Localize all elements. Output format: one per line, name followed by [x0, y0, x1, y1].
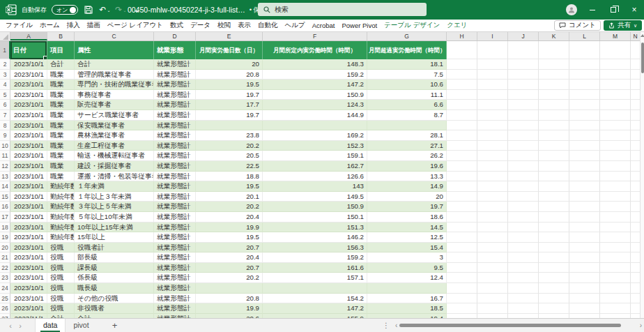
cell-M20[interactable]	[600, 243, 631, 253]
cell-M16[interactable]	[600, 202, 631, 212]
cell-C20[interactable]: 役職者計	[75, 243, 154, 253]
select-all-corner[interactable]	[0, 32, 10, 40]
row-header-12[interactable]: 12	[0, 161, 10, 172]
cell-I12[interactable]	[477, 161, 508, 172]
cell-A3[interactable]: 2023/10/1	[10, 70, 47, 80]
vertical-scroll-thumb[interactable]	[641, 43, 644, 73]
cell-E18[interactable]: 19.9	[196, 222, 263, 233]
cell-F23[interactable]: 157.1	[263, 273, 367, 283]
row-header-18[interactable]: 18	[0, 222, 10, 233]
cell-J20[interactable]	[508, 243, 539, 253]
cell-N14[interactable]	[631, 181, 641, 192]
cell-G12[interactable]: 19.6	[367, 161, 447, 172]
cell-B8[interactable]: 職業	[47, 121, 75, 131]
ribbon-tab-3[interactable]: 描画	[84, 20, 104, 31]
cell-D16[interactable]: 就業形態計	[154, 202, 196, 212]
cell-J18[interactable]	[508, 222, 539, 233]
cell-I6[interactable]	[477, 100, 508, 110]
cell-L5[interactable]	[569, 90, 600, 100]
cell-E4[interactable]: 19.5	[196, 80, 263, 90]
cell-A4[interactable]: 2023/10/1	[10, 80, 47, 90]
cell-H21[interactable]	[447, 252, 477, 263]
cell-L11[interactable]	[569, 151, 600, 161]
row-header-11[interactable]: 11	[0, 151, 10, 161]
row-header-8[interactable]: 8	[0, 121, 10, 131]
cell-J16[interactable]	[508, 202, 539, 212]
cell-G4[interactable]: 10.6	[367, 80, 447, 90]
cell-H25[interactable]	[447, 294, 477, 304]
cell-A21[interactable]: 2023/10/1	[10, 252, 47, 263]
sheet-tab-data[interactable]: data	[35, 319, 66, 332]
cell-I17[interactable]	[477, 212, 508, 222]
cell-I2[interactable]	[477, 59, 508, 70]
cell-E17[interactable]: 20.4	[196, 212, 263, 222]
cell-L4[interactable]	[569, 80, 600, 90]
cell-M8[interactable]	[600, 121, 631, 131]
cell-H17[interactable]	[447, 212, 477, 222]
table-header-cell-D1[interactable]: 就業形態	[154, 41, 196, 59]
column-header-B[interactable]: B	[47, 32, 75, 40]
cell-B10[interactable]: 職業	[47, 141, 75, 151]
cell-I10[interactable]	[477, 141, 508, 151]
cell-I8[interactable]	[477, 121, 508, 131]
cell-G18[interactable]: 14.5	[367, 222, 447, 233]
cell-B5[interactable]: 職業	[47, 90, 75, 100]
cell-I11[interactable]	[477, 151, 508, 161]
cell-I14[interactable]	[477, 181, 508, 192]
column-header-D[interactable]: D	[154, 32, 196, 40]
row-header-3[interactable]: 3	[0, 70, 10, 80]
cell-D3[interactable]: 就業形態計	[154, 70, 196, 80]
cell-M18[interactable]	[600, 222, 631, 233]
cell-H20[interactable]	[447, 243, 477, 253]
cell-L3[interactable]	[569, 70, 600, 80]
cell-K24[interactable]	[539, 283, 569, 294]
cell-L26[interactable]	[569, 303, 600, 314]
cell-A7[interactable]: 2023/10/1	[10, 110, 47, 121]
cell-H4[interactable]	[447, 80, 477, 90]
cell-N8[interactable]	[631, 121, 641, 131]
cell-F7[interactable]: 144.9	[263, 110, 367, 121]
cell-B18[interactable]: 勤続年数	[47, 222, 75, 233]
row-header-24[interactable]: 24	[0, 283, 10, 294]
cell-G20[interactable]: 15.4	[367, 243, 447, 253]
cell-N20[interactable]	[631, 243, 641, 253]
cell-A5[interactable]: 2023/10/1	[10, 90, 47, 100]
cell-I22[interactable]	[477, 263, 508, 273]
row-header-21[interactable]: 21	[0, 252, 10, 263]
sheet-tab-pivot[interactable]: pivot	[66, 319, 96, 332]
cell-N12[interactable]	[631, 161, 641, 172]
cell-L17[interactable]	[569, 212, 600, 222]
cell-G19[interactable]: 12.5	[367, 232, 447, 243]
cell-D10[interactable]: 就業形態計	[154, 141, 196, 151]
cell-F13[interactable]: 126.6	[263, 172, 367, 182]
cell-K3[interactable]	[539, 70, 569, 80]
ribbon-tab-8[interactable]: 表示	[234, 20, 254, 31]
cell-F9[interactable]: 169.2	[263, 130, 367, 141]
cell-F21[interactable]: 159.2	[263, 252, 367, 263]
cell-E2[interactable]: 20	[196, 59, 263, 70]
cell-B11[interactable]: 職業	[47, 151, 75, 161]
close-button[interactable]: ×	[629, 5, 640, 15]
cell-I24[interactable]	[477, 283, 508, 294]
cell-M15[interactable]	[600, 192, 631, 202]
cell-A17[interactable]: 2023/10/1	[10, 212, 47, 222]
cell-G22[interactable]: 9.5	[367, 263, 447, 273]
cell-E3[interactable]: 20.8	[196, 70, 263, 80]
cell-I3[interactable]	[477, 70, 508, 80]
cell-C10[interactable]: 生産工程従事者	[75, 141, 154, 151]
cell-D7[interactable]: 就業形態計	[154, 110, 196, 121]
cell-K19[interactable]	[539, 232, 569, 243]
ribbon-tab-14[interactable]: クエリ	[443, 20, 470, 31]
cell-I4[interactable]	[477, 80, 508, 90]
cell-K26[interactable]	[539, 303, 569, 314]
cell-B12[interactable]: 職業	[47, 161, 75, 172]
minimize-button[interactable]	[587, 5, 598, 15]
cell-M14[interactable]	[600, 181, 631, 192]
cell-K22[interactable]	[539, 263, 569, 273]
row-header-6[interactable]: 6	[0, 100, 10, 110]
row-header-9[interactable]: 9	[0, 130, 10, 141]
cell-E16[interactable]: 20.2	[196, 202, 263, 212]
cell-A6[interactable]: 2023/10/1	[10, 100, 47, 110]
row-header-15[interactable]: 15	[0, 192, 10, 202]
cell-N26[interactable]	[631, 303, 641, 314]
